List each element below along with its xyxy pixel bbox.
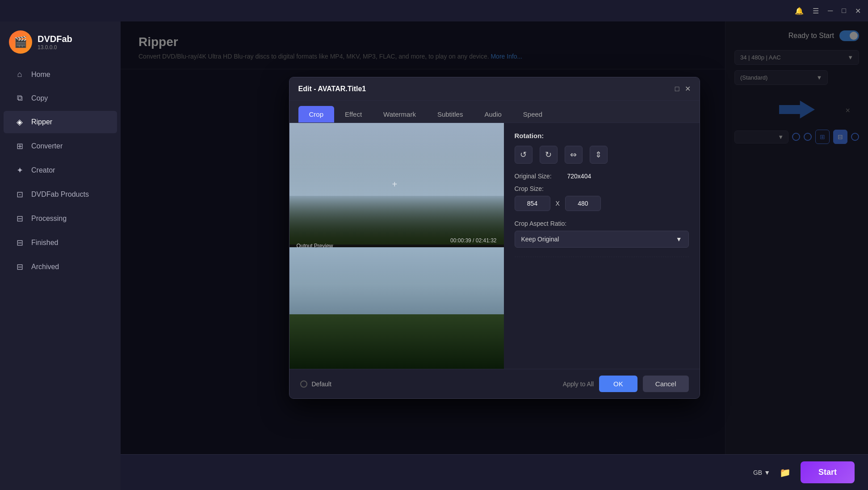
archived-icon: ⊟ [14,262,25,272]
processing-icon: ⊟ [14,214,25,224]
default-label: Default [312,380,331,388]
sidebar-label-dvdfab: DVDFab Products [31,190,89,199]
crop-height-input[interactable] [565,196,601,211]
ok-btn[interactable]: OK [599,376,637,392]
sidebar-label-archived: Archived [31,263,59,271]
rotate-cw-btn[interactable]: ↻ [540,146,558,164]
title-bar: 🔔 ☰ ─ □ ✕ [0,0,868,21]
ripper-icon: ◈ [14,117,25,127]
crop-aspect-ratio-select[interactable]: Keep Original ▼ [515,231,689,248]
rotation-controls: ↺ ↻ ⇔ ⇕ [515,146,689,164]
tab-speed[interactable]: Speed [512,106,553,122]
app-name: DVDFab [38,34,72,44]
apply-to-all-btn[interactable]: Apply to All [563,376,594,392]
gb-indicator: GB ▼ [753,469,770,476]
logo-icon: 🎬 [9,30,32,54]
menu-icon[interactable]: ☰ [813,7,819,15]
sidebar-label-home: Home [31,71,50,79]
cancel-btn[interactable]: Cancel [643,376,689,392]
dialog-header: Edit - AVATAR.Title1 □ ✕ [289,77,700,101]
original-size-label: Original Size: [515,173,564,180]
dialog-tabs: Crop Effect Watermark Subtitles Audio Sp… [289,101,700,123]
sidebar: 🎬 DVDFab 13.0.0.0 ⌂ Home ⧉ Copy ◈ Ripper… [0,21,121,490]
main-content: Ripper Convert DVD/Blu-ray/4K Ultra HD B… [121,21,868,490]
flip-vertical-btn[interactable]: ⇕ [590,146,608,164]
tab-crop[interactable]: Crop [298,106,335,122]
crosshair-icon [392,179,401,188]
sidebar-item-ripper[interactable]: ◈ Ripper [4,111,117,133]
logo-text-block: DVDFab 13.0.0.0 [38,34,72,51]
dialog-close-btn[interactable]: ✕ [685,84,691,93]
crop-aspect-ratio-section: Crop Aspect Ratio: Keep Original ▼ [515,220,689,248]
sidebar-item-copy[interactable]: ⧉ Copy [4,87,117,109]
open-folder-btn[interactable]: 📁 [777,465,793,481]
home-icon: ⌂ [14,70,25,79]
converter-icon: ⊞ [14,141,25,151]
sidebar-item-converter[interactable]: ⊞ Converter [4,135,117,157]
start-btn[interactable]: Start [801,461,855,483]
crop-size-row: Crop Size: [515,185,689,192]
sidebar-label-finished: Finished [31,239,58,247]
video-top-preview [289,123,504,245]
sidebar-item-processing[interactable]: ⊟ Processing [4,207,117,230]
sky-overlay [289,247,504,314]
crop-size-inputs: X [515,196,689,211]
sidebar-label-creator: Creator [31,166,55,174]
sidebar-item-archived[interactable]: ⊟ Archived [4,256,117,278]
tab-watermark[interactable]: Watermark [373,106,427,122]
tab-audio[interactable]: Audio [474,106,512,122]
forest-overlay [289,314,504,369]
sidebar-item-dvdfab-products[interactable]: ⊡ DVDFab Products [4,183,117,206]
tab-effect[interactable]: Effect [334,106,373,122]
more-content-divider [515,257,689,275]
sidebar-label-converter: Converter [31,142,63,150]
sidebar-logo: 🎬 DVDFab 13.0.0.0 [0,26,121,63]
edit-dialog: Edit - AVATAR.Title1 □ ✕ Crop Effect Wat… [289,77,700,399]
app-version: 13.0.0.0 [38,44,72,51]
crop-width-input[interactable] [515,196,550,211]
sidebar-item-home[interactable]: ⌂ Home [4,63,117,85]
default-radio-btn[interactable] [300,380,307,388]
notification-icon[interactable]: 🔔 [795,7,804,15]
copy-icon: ⧉ [14,93,25,103]
flip-horizontal-btn[interactable]: ⇔ [565,146,583,164]
rotate-ccw-btn[interactable]: ↺ [515,146,533,164]
dialog-maximize-btn[interactable]: □ [675,85,679,93]
timecode-label: 00:00:39 / 02:41:32 [448,237,499,245]
dialog-footer: Default Apply to All OK Cancel [289,369,700,398]
rotation-label: Rotation: [515,132,689,139]
maximize-icon[interactable]: □ [842,7,846,15]
creator-icon: ✦ [14,165,25,175]
crop-aspect-ratio-label: Crop Aspect Ratio: [515,220,689,227]
controls-panel: Rotation: ↺ ↻ ⇔ ⇕ Original Size: 720x404 [504,123,700,369]
crop-x-separator: X [556,200,560,207]
original-size-row: Original Size: 720x404 [515,173,689,180]
footer-actions: Apply to All OK Cancel [563,376,689,392]
video-bottom-preview [289,247,504,369]
crop-size-label: Crop Size: [515,185,564,192]
dvdfab-icon: ⊡ [14,190,25,199]
tab-subtitles[interactable]: Subtitles [427,106,474,122]
finished-icon: ⊟ [14,238,25,248]
sidebar-label-copy: Copy [31,94,48,102]
sidebar-label-ripper: Ripper [31,118,52,126]
app-container: 🎬 DVDFab 13.0.0.0 ⌂ Home ⧉ Copy ◈ Ripper… [0,21,868,490]
original-size-value: 720x404 [567,173,591,180]
video-preview-area: Output Preview 00:00:39 / 02:41:32 [289,123,504,369]
dialog-title: Edit - AVATAR.Title1 [298,85,366,93]
minimize-icon[interactable]: ─ [828,7,833,15]
dialog-body: Output Preview 00:00:39 / 02:41:32 Rotat… [289,123,700,369]
sidebar-label-processing: Processing [31,215,67,223]
sidebar-item-finished[interactable]: ⊟ Finished [4,232,117,254]
bottom-toolbar: GB ▼ 📁 Start [121,454,868,490]
dialog-overlay: Edit - AVATAR.Title1 □ ✕ Crop Effect Wat… [121,21,868,454]
sidebar-item-creator[interactable]: ✦ Creator [4,159,117,182]
close-icon[interactable]: ✕ [855,7,861,15]
default-section: Default [300,380,331,388]
dialog-header-actions: □ ✕ [675,84,691,93]
